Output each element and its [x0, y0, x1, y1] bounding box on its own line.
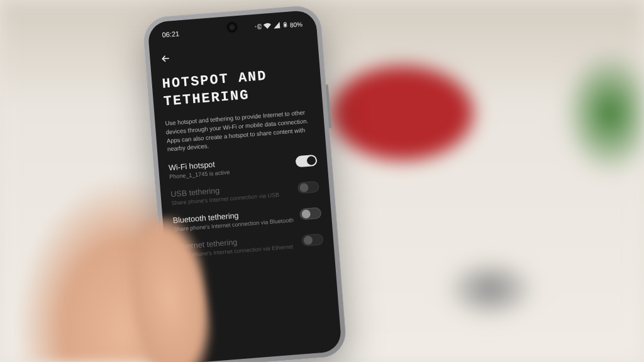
page-title: HOTSPOT AND TETHERING: [162, 64, 313, 110]
svg-rect-1: [284, 24, 286, 27]
signal-icon: [273, 21, 281, 31]
ethernet-tethering-row: Ethernet tethering Share phone's Interne…: [175, 231, 324, 259]
controller-icon: [254, 23, 262, 32]
battery-icon: [282, 21, 288, 30]
wifi-hotspot-row[interactable]: Wi-Fi hotspot Phone_1_1745 is active: [169, 152, 318, 180]
ethernet-tethering-toggle: [301, 234, 323, 247]
back-button[interactable]: [160, 53, 172, 65]
bluetooth-tethering-toggle[interactable]: [299, 207, 321, 221]
battery-percentage: 80%: [290, 21, 303, 29]
wifi-hotspot-toggle[interactable]: [295, 155, 317, 168]
phone-device: 06:21 80% HOTSPOT A: [147, 9, 342, 362]
bluetooth-tethering-row[interactable]: Bluetooth tethering Share phone's Intern…: [172, 205, 321, 233]
status-time: 06:21: [162, 30, 179, 38]
wifi-icon: [264, 22, 272, 31]
page-description: Use hotspot and tethering to provide Int…: [165, 107, 316, 153]
usb-tethering-toggle: [297, 181, 319, 194]
usb-tethering-row: USB tethering Share phone's Internet con…: [170, 178, 319, 206]
phone-screen: 06:21 80% HOTSPOT A: [147, 9, 342, 362]
